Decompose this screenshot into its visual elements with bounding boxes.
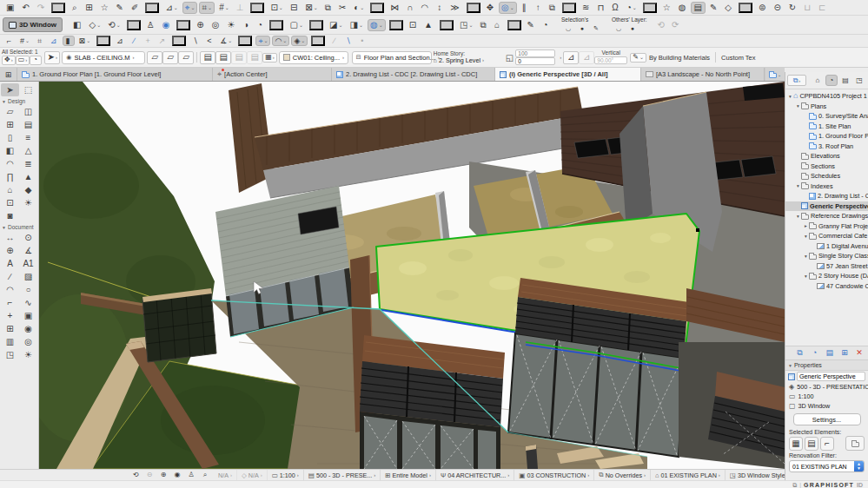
geometry-polygon[interactable]: ▱ <box>147 51 162 64</box>
new-folder[interactable]: ⊞ <box>838 347 851 359</box>
bimx[interactable]: ⌂ <box>492 19 504 31</box>
level-dimension-tool[interactable]: ⊕ <box>1 244 19 257</box>
status-empty-1[interactable]: N/A › <box>212 470 237 480</box>
trim[interactable]: ✂ <box>336 2 349 14</box>
windows-icon[interactable]: ⧉ <box>792 482 797 488</box>
shadows[interactable]: ◑ <box>240 19 252 31</box>
multiply[interactable]: ⧉ <box>547 2 559 14</box>
status-empty-2[interactable]: ◇ N/A › <box>237 470 268 480</box>
fillet-chamfer[interactable]: ◠ <box>418 2 432 14</box>
offset-bottom-input[interactable] <box>515 57 555 65</box>
tree-plans[interactable]: ▾ Plans <box>785 102 868 112</box>
send-backward[interactable]: ⊔ <box>801 2 814 14</box>
arc-construction[interactable]: ◠⌄ <box>272 36 289 46</box>
tree-schedules[interactable]: Schedules <box>785 171 868 181</box>
expander-icon[interactable]: ▾ <box>795 103 801 109</box>
3d-viewport[interactable] <box>39 82 785 469</box>
selection-visibility[interactable]: ◡ <box>562 24 574 32</box>
cutting-planes[interactable]: ◨⌄ <box>347 19 365 31</box>
fill-tool[interactable]: ▨ <box>19 270 37 283</box>
expander-icon[interactable]: ▸ <box>803 223 809 228</box>
publisher-view[interactable]: ◳ <box>853 75 865 86</box>
tree-candowie[interactable]: 47 Candowie Cresc <box>785 281 868 292</box>
lock-elements[interactable]: ⊠⌄ <box>302 2 320 14</box>
curtain-wall-tool[interactable]: ▤ <box>19 118 37 131</box>
search-select[interactable]: ⌕ <box>69 2 81 14</box>
polyline-tool[interactable]: ⌐ <box>1 296 19 309</box>
toolbox-design-header[interactable]: ▼ Design <box>1 96 37 105</box>
expander-icon[interactable]: ▾ <box>795 214 801 219</box>
autogroup[interactable]: ⊟ <box>288 2 301 14</box>
offset[interactable]: ≫ <box>447 2 462 14</box>
pick-up-parameters[interactable]: ✎ <box>114 2 127 14</box>
detail-tool[interactable]: ◎ <box>19 335 37 348</box>
view-name-field[interactable]: Generic Perspective <box>797 372 865 381</box>
snap-guides[interactable]: ⌖⌄ <box>182 2 198 14</box>
orbit-status[interactable]: ◉ <box>171 471 183 480</box>
distribute[interactable]: ⊓ <box>594 2 607 14</box>
geometry-rectangle[interactable]: ▱ <box>162 51 178 64</box>
aux-guide-1[interactable]: ∕ <box>328 36 341 46</box>
circle-tool[interactable]: ○ <box>19 283 37 296</box>
ref-plane-top[interactable]: ▤ <box>200 51 215 64</box>
tab-action-center[interactable]: [Action Center] <box>213 68 332 81</box>
roof-tool[interactable]: △ <box>19 144 37 157</box>
text-tool[interactable]: A <box>1 257 19 270</box>
tree-reference-drawings[interactable]: ▾ Reference Drawings <box>785 211 868 221</box>
tab-a3-landscape[interactable]: [A3 Landscape - No North Point] <box>641 68 765 81</box>
camera-path[interactable]: ◔ <box>254 19 266 31</box>
stair-tool[interactable]: ≣ <box>19 157 37 170</box>
step-back[interactable]: ⟲ <box>655 19 667 31</box>
tab-drawing-list[interactable]: 2. Drawing List - CDC [2. Drawing List -… <box>332 68 495 81</box>
ref-plane-edge[interactable]: ▤ <box>247 51 262 64</box>
property-scale[interactable]: 1:100 <box>785 392 868 401</box>
slab-tool[interactable]: ◧ <box>1 144 19 157</box>
status-renovation-filter[interactable]: ⌂ 01 EXISTING PLAN › <box>651 470 726 480</box>
selection-pen[interactable]: ● <box>576 24 588 32</box>
gravity[interactable]: ⊥ <box>234 2 248 14</box>
marquee-options[interactable]: ⌐ <box>3 36 16 46</box>
filter-elements-3d[interactable]: ⊡ <box>407 19 420 31</box>
element-settings[interactable]: ⊞ <box>83 2 96 14</box>
favorites[interactable]: ☆ <box>98 2 112 14</box>
clone-view[interactable]: ⧉ <box>793 347 805 359</box>
wall-reference[interactable]: ▮ <box>63 36 75 46</box>
tree-digital-avenue[interactable]: 1 Digital Avenue - S <box>785 241 868 252</box>
project-chooser[interactable]: ⧉› <box>791 75 803 86</box>
label-tool[interactable]: A1 <box>19 257 37 270</box>
layout-book[interactable]: ▤ <box>691 2 705 14</box>
pen-color[interactable]: ✎⌄ <box>630 53 646 63</box>
railing-tool[interactable]: ∏ <box>1 170 19 183</box>
settings-button[interactable]: Settings... <box>793 413 861 425</box>
user-origin[interactable]: + <box>142 36 155 46</box>
marquee-3d[interactable]: ▢⌄ <box>287 19 305 31</box>
wall-tool[interactable]: ▱ <box>1 105 19 118</box>
expander-icon[interactable]: ▾ <box>803 274 809 279</box>
tree-project-root[interactable]: ▾ CPPBDN4105 Project 1 <box>785 91 868 102</box>
toolbox-document-header[interactable]: ▼ Document <box>1 222 37 231</box>
radial-dimension-tool[interactable]: ⊙ <box>19 231 37 244</box>
tracker[interactable]: ↗ <box>156 36 169 46</box>
others-pen[interactable]: ● <box>626 24 639 32</box>
cutaway[interactable]: ◪⌄ <box>327 19 345 31</box>
tree-site-plan[interactable]: 1. Site Plan <box>785 122 868 132</box>
tree-roof-plan[interactable]: 3. Roof Plan <box>785 142 868 152</box>
drawing-tool[interactable]: ⊞ <box>1 322 19 335</box>
ungroup[interactable]: ⊝ <box>771 2 784 14</box>
sun-settings[interactable]: ☀ <box>224 19 238 31</box>
marker-tool[interactable]: ☀ <box>19 348 37 361</box>
guide-segment[interactable]: ⊿ <box>114 36 127 46</box>
ref-plane-core[interactable]: ▤ <box>215 51 231 64</box>
aux-guide-3[interactable]: • <box>356 36 368 46</box>
filter-all-types[interactable]: ▦ <box>789 437 803 451</box>
arrow-tool[interactable]: ➤ <box>1 83 19 96</box>
properties-header[interactable]: ▼ Properties <box>785 360 868 371</box>
measure[interactable]: ∖ <box>189 36 202 46</box>
status-layer-combination[interactable]: ▣ 03 CONSTRUCTION › <box>514 470 594 480</box>
tab-dropdown-button[interactable]: ⌄ <box>765 68 785 81</box>
property-layer[interactable]: 500 - 3D - PRESENTATIONS <box>785 382 868 392</box>
delete-view[interactable]: ✕ <box>853 347 865 359</box>
grid-display[interactable]: #⌄ <box>17 36 32 46</box>
angle-dimension-tool[interactable]: ∡ <box>19 244 37 257</box>
others-visibility[interactable]: ◡ <box>613 24 625 32</box>
